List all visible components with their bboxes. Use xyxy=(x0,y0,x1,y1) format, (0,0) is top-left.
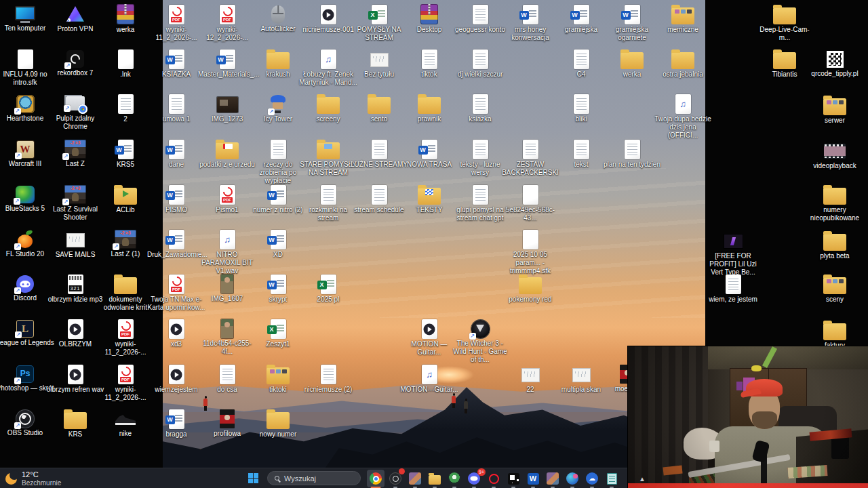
desktop-icon[interactable]: serwer xyxy=(806,95,864,125)
taskbar-app-photos[interactable] xyxy=(544,470,561,487)
taskbar-app-cloud[interactable] xyxy=(583,470,601,487)
icon-label: ZESTAW BACKPACKERSKI xyxy=(501,161,559,177)
desktop-icon[interactable]: xd3 xyxy=(147,319,205,348)
desktop-icon[interactable]: 2025 10 05 param... - trimmmp4.sfk xyxy=(501,229,559,274)
webcam-vignette xyxy=(628,346,868,488)
desktop-icon[interactable]: Deep-Live-Cam-m... xyxy=(755,4,814,42)
taskbar-app-discord[interactable]: 9+ xyxy=(465,470,483,487)
desktop-icon[interactable]: nike xyxy=(96,409,155,438)
desktop-icon[interactable]: dane xyxy=(147,139,205,169)
desktop-icon[interactable]: werka xyxy=(96,4,155,34)
desktop-icon[interactable]: Zeszyt1 xyxy=(249,319,307,348)
desktop-icon[interactable]: Pismo1 xyxy=(198,184,256,214)
desktop-icon[interactable]: Łobuzy ft. Zenek Martyniuk - Mand... xyxy=(299,49,357,87)
desktop-icon[interactable]: gramiejska ogarniete xyxy=(603,4,661,42)
lastz-icon xyxy=(115,230,136,249)
desktop-icon[interactable]: 22 xyxy=(501,364,559,394)
desktop-icon[interactable]: profilowa xyxy=(198,409,256,438)
desktop-icon[interactable]: pokemony red xyxy=(501,274,559,304)
desktop-icon[interactable]: NOWA TRASA xyxy=(400,139,458,169)
text-icon xyxy=(220,365,235,384)
desktop-icon[interactable]: XD xyxy=(249,229,307,259)
icon-label: wyniki-11_2_2026-... xyxy=(147,26,205,42)
desktop-icon[interactable]: KRS5 xyxy=(96,139,155,169)
desktop-icon[interactable]: 2025 pl xyxy=(299,274,357,304)
taskbar-app-obs[interactable] xyxy=(387,470,404,487)
taskbar-app-explorer[interactable] xyxy=(426,470,443,487)
desktop-icon[interactable]: MOTION---Guitar... xyxy=(400,364,458,394)
desktop-icon[interactable]: The Witcher 3 - Wild Hunt - Game of th..… xyxy=(451,319,509,363)
desktop-icon[interactable]: bliki xyxy=(552,94,610,123)
desktop-icon[interactable]: C4 xyxy=(552,49,610,79)
desktop-icon[interactable]: screeny xyxy=(299,94,357,123)
desktop-icon[interactable]: numery nieopubikowane xyxy=(806,184,864,222)
taskbar-app-notes[interactable] xyxy=(603,470,620,487)
desktop-icon[interactable]: PISMO xyxy=(147,184,205,214)
desktop-icon[interactable]: nicniemusze-001 xyxy=(299,4,357,34)
desktop-icon[interactable]: [FREE FOR PROFIT] Lil Uzi Vert Type Be..… xyxy=(704,230,762,276)
desktop-icon[interactable]: nicniemusze (2) xyxy=(299,364,357,394)
desktop-icon[interactable]: IMG_1607 xyxy=(198,274,256,303)
desktop-icon[interactable]: ACLib xyxy=(96,184,155,214)
desktop-icon[interactable]: wyniki-11_2_2026-... xyxy=(147,4,205,42)
desktop-icon[interactable]: umowa 1 xyxy=(147,94,205,123)
mpeg-icon xyxy=(68,274,83,294)
desktop-icon[interactable]: mrs honey konwersacja xyxy=(501,4,559,42)
taskbar-app-chrome[interactable] xyxy=(367,470,384,487)
desktop-icon[interactable]: Druk_Zawiadomie... xyxy=(147,229,205,259)
desktop-icon[interactable]: .lnk xyxy=(96,49,155,79)
taskbar-search-box[interactable]: Wyszukaj xyxy=(267,471,361,485)
desktop-icon[interactable]: rozkminki na stream xyxy=(299,184,357,222)
desktop-icon[interactable]: Twoja dupa bedzie dzis jena (OFFICI... xyxy=(654,94,712,139)
desktop-icon[interactable]: NITRO PARAMOXIL BIT V1.wav xyxy=(198,229,256,274)
desktop-icon[interactable]: werka xyxy=(603,49,661,79)
desktop-icon[interactable]: memiczne xyxy=(654,4,712,34)
desktop-icon[interactable]: wiem, ze jestem xyxy=(704,274,762,304)
icon-label: wiemzejestem xyxy=(147,386,205,394)
desktop-icon[interactable]: qrcode_tipply.pl xyxy=(806,49,864,78)
taskbar-weather-widget[interactable]: 12°C Bezchmurnie xyxy=(5,470,61,487)
desktop-icon[interactable]: videoplayback xyxy=(806,140,864,170)
desktop-icon[interactable]: gramiejska xyxy=(552,4,610,34)
desktop-icon[interactable]: faktury xyxy=(806,320,864,350)
start-button[interactable] xyxy=(248,473,259,484)
desktop-icon[interactable]: dokumenty odwolanie krrit xyxy=(96,274,155,312)
desktop-icon[interactable]: plan na ten tydzien xyxy=(603,139,661,169)
desktop-icon[interactable]: do csa xyxy=(198,364,256,394)
taskbar-app-opera[interactable] xyxy=(485,470,502,487)
desktop-icon[interactable]: 11dc4b54-c255-4f... xyxy=(198,319,256,356)
tray-expand-icon[interactable]: ▲ xyxy=(639,476,646,483)
desktop-icon[interactable]: ostra jebalnia xyxy=(654,49,712,79)
desktop-icon[interactable]: 5e8249ec-568c-43... xyxy=(501,184,559,222)
desktop-icon[interactable]: wyniki-11_2_2026-... xyxy=(96,319,155,357)
desktop-icon[interactable]: ZESTAW BACKPACKERSKI xyxy=(501,139,559,177)
taskbar-app-photos[interactable] xyxy=(406,470,424,487)
taskbar-app-paint[interactable] xyxy=(564,470,581,487)
desktop-icon[interactable]: sceny xyxy=(806,274,864,304)
desktop-icon[interactable]: nowy numer xyxy=(249,409,307,439)
desktop-icon[interactable]: ksiazka xyxy=(451,94,509,123)
desktop-icon[interactable]: TEKSTY xyxy=(400,184,458,214)
desktop-icon[interactable]: dj wielki szczur xyxy=(451,49,509,79)
desktop-icon[interactable]: tekst xyxy=(552,139,610,169)
desktop-icon[interactable]: plyta beta xyxy=(806,230,864,260)
desktop-icon[interactable]: Last Z (1) xyxy=(96,229,155,258)
desktop-icon[interactable]: tiktok xyxy=(400,49,458,79)
taskbar-app-geoguessr[interactable] xyxy=(446,470,463,487)
desktop-icon[interactable]: bragga xyxy=(147,409,205,439)
desktop-icon[interactable]: Master_Materials_... xyxy=(198,49,256,79)
taskbar-app-word[interactable] xyxy=(524,470,542,487)
desktop-icon[interactable]: wyniki-11_2_2026-... xyxy=(96,364,155,402)
desktop-icon[interactable]: prawnik xyxy=(400,94,458,123)
desktop-icon[interactable]: IMG_1273 xyxy=(198,94,256,123)
desktop-icon[interactable]: MOTION — Guitar... xyxy=(400,319,458,357)
desktop-icon[interactable]: wiemzejestem xyxy=(147,364,205,394)
desktop-icon[interactable]: Desktop xyxy=(400,4,458,34)
desktop-icon[interactable]: 2 xyxy=(96,94,155,123)
desktop-icon[interactable]: STARE POMYSŁY NA STREAM xyxy=(299,139,357,177)
taskbar-app-notion[interactable] xyxy=(505,470,522,487)
desktop-icon[interactable]: podatki z e urzedu xyxy=(198,139,256,169)
desktop-icon[interactable]: wyniki-12_2_2026-... xyxy=(198,4,256,42)
desktop-icon[interactable]: Twoja TN Max e-Karta upominkow... xyxy=(147,274,205,312)
desktop-icon[interactable]: KSIAZKA xyxy=(147,49,205,79)
